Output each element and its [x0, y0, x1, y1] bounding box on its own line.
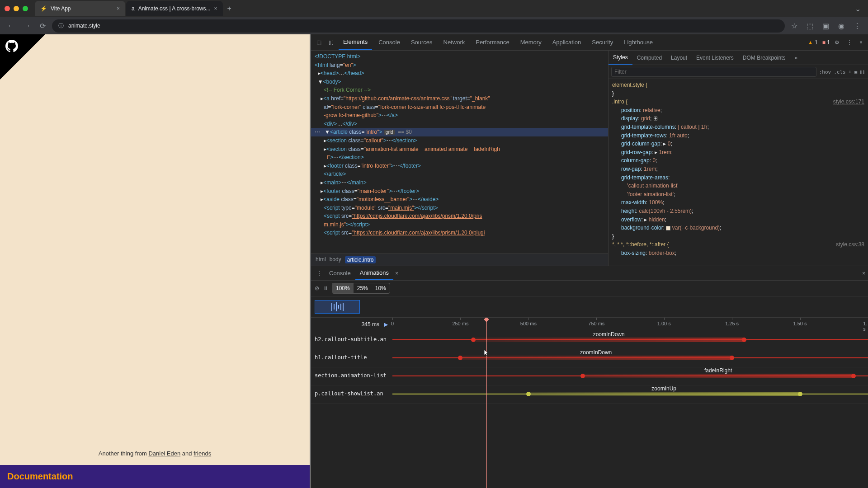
- close-tab-icon[interactable]: ×: [117, 5, 120, 12]
- back-button[interactable]: ←: [5, 19, 17, 33]
- site-info-icon[interactable]: ⓘ: [58, 22, 64, 30]
- tab-performance[interactable]: Performance: [471, 35, 514, 50]
- inspect-icon[interactable]: ⬚: [314, 37, 324, 48]
- tab-title: Animate.css | A cross-brows...: [138, 5, 211, 12]
- animation-name: zoomInDown: [580, 349, 612, 356]
- rendering-icon[interactable]: ⫿⫿: [860, 69, 865, 75]
- animation-group-preview[interactable]: [311, 296, 868, 318]
- chevron-down-icon[interactable]: ⌄: [852, 2, 863, 16]
- speed-25[interactable]: 25%: [354, 283, 372, 293]
- time-ruler[interactable]: 0250 ms500 ms750 ms1.00 s1.25 s1.50 s1.7…: [392, 318, 868, 331]
- author-link[interactable]: Daniel Eden: [148, 450, 180, 457]
- keyframe[interactable]: [471, 338, 476, 342]
- close-tab-icon[interactable]: ×: [214, 5, 217, 12]
- timeline-row[interactable]: p.callout-showList.anzoomInUp: [311, 385, 868, 404]
- tab-styles[interactable]: Styles: [609, 51, 632, 65]
- tab-dom-breakpoints[interactable]: DOM Breakpoints: [738, 51, 790, 65]
- documentation-heading: Documentation: [0, 465, 310, 488]
- styles-filter-input[interactable]: [611, 67, 816, 77]
- speed-100[interactable]: 100%: [332, 283, 354, 293]
- tab-memory[interactable]: Memory: [516, 35, 546, 50]
- new-tab-button[interactable]: +: [224, 1, 235, 16]
- keyframe[interactable]: [730, 356, 734, 360]
- browser-toolbar: ← → ⟳ ⓘ animate.style ☆ ⬚ ▣ ◉ ⋮: [0, 17, 868, 34]
- computed-toggle-icon[interactable]: ▣: [854, 69, 857, 75]
- row-label: section.animation-list: [311, 367, 392, 385]
- time-tick: 500 ms: [520, 321, 537, 326]
- keyframe[interactable]: [580, 374, 585, 378]
- reload-button[interactable]: ⟳: [37, 19, 48, 33]
- settings-icon[interactable]: ⚙: [832, 37, 842, 48]
- more-icon[interactable]: ⋮: [844, 37, 855, 48]
- animation-timeline: 345 ms ▶ 0250 ms500 ms750 ms1.00 s1.25 s…: [311, 318, 868, 488]
- keyframe[interactable]: [851, 374, 856, 378]
- forward-button[interactable]: →: [21, 19, 33, 33]
- side-panel-icon[interactable]: ▣: [820, 19, 832, 33]
- animation-name: fadeInRight: [704, 367, 732, 374]
- tab-network[interactable]: Network: [439, 35, 470, 50]
- tab-application[interactable]: Application: [548, 35, 586, 50]
- minimize-window[interactable]: [14, 6, 19, 11]
- breadcrumb-item[interactable]: body: [330, 256, 341, 263]
- tab-sources[interactable]: Sources: [406, 35, 437, 50]
- tab-event-listeners[interactable]: Event Listeners: [692, 51, 738, 65]
- css-rules[interactable]: element.style { } style.css:171.intro { …: [609, 79, 868, 266]
- playhead[interactable]: [486, 318, 487, 488]
- browser-tab-strip: ⚡ Vite App × a Animate.css | A cross-bro…: [0, 0, 868, 17]
- timeline-row[interactable]: h2.callout-subtitle.anzoomInDown: [311, 331, 868, 349]
- row-label: p.callout-showList.an: [311, 385, 392, 403]
- address-bar[interactable]: ⓘ animate.style: [52, 19, 785, 33]
- browser-tab-vite[interactable]: ⚡ Vite App ×: [35, 1, 125, 16]
- new-style-icon[interactable]: +: [849, 69, 852, 75]
- tab-elements[interactable]: Elements: [339, 34, 372, 50]
- dom-tree[interactable]: <!DOCTYPE html> <html lang="en"> ▸<head>…: [311, 51, 608, 253]
- drawer-tab-console[interactable]: Console: [325, 267, 355, 280]
- timeline-row[interactable]: section.animation-listfadeInRight: [311, 367, 868, 385]
- warning-badge[interactable]: ▲ 1: [808, 39, 818, 46]
- animation-name: zoomInUp: [651, 385, 676, 392]
- github-icon: [5, 40, 18, 54]
- credit-text: Another thing from Daniel Eden and frien…: [99, 450, 211, 457]
- url-text: animate.style: [68, 23, 100, 29]
- drawer-tab-animations[interactable]: Animations: [355, 266, 393, 280]
- time-tick: 1.50 s: [793, 321, 807, 326]
- speed-10[interactable]: 10%: [372, 283, 390, 293]
- tab-layout[interactable]: Layout: [666, 51, 692, 65]
- keyframe[interactable]: [458, 356, 462, 360]
- browser-tab-animate[interactable]: a Animate.css | A cross-brows... ×: [126, 1, 223, 16]
- keyframe[interactable]: [526, 392, 531, 396]
- cls-toggle[interactable]: .cls: [834, 69, 846, 75]
- drawer-menu-icon[interactable]: ⋮: [314, 267, 325, 279]
- play-icon[interactable]: ▶: [384, 321, 388, 328]
- bookmark-star-icon[interactable]: ☆: [788, 19, 800, 33]
- keyframe[interactable]: [798, 392, 802, 396]
- breadcrumb-item[interactable]: article.intro: [345, 256, 376, 263]
- maximize-window[interactable]: [23, 6, 28, 11]
- close-drawer-icon[interactable]: ×: [862, 270, 865, 277]
- tab-lighthouse[interactable]: Lighthouse: [619, 35, 657, 50]
- profile-icon[interactable]: ◉: [835, 19, 847, 33]
- more-tabs-icon[interactable]: »: [790, 51, 802, 65]
- time-tick: 750 ms: [588, 321, 604, 326]
- tab-computed[interactable]: Computed: [632, 51, 666, 65]
- time-tick: 0: [391, 321, 394, 326]
- close-window[interactable]: [5, 6, 10, 11]
- close-icon[interactable]: ×: [395, 270, 398, 277]
- tab-console[interactable]: Console: [374, 35, 405, 50]
- menu-icon[interactable]: ⋮: [851, 19, 863, 33]
- playback-speed: 100% 25% 10%: [332, 283, 390, 294]
- timeline-row[interactable]: h1.callout-titlezoomInDown: [311, 349, 868, 367]
- clear-icon[interactable]: ⊘: [315, 285, 319, 291]
- hov-toggle[interactable]: :hov: [819, 69, 831, 75]
- tab-security[interactable]: Security: [587, 35, 618, 50]
- pause-icon[interactable]: ⏸: [323, 285, 328, 291]
- error-badge[interactable]: ■ 1: [822, 39, 830, 46]
- breadcrumb-item[interactable]: html: [316, 256, 326, 263]
- friends-link[interactable]: friends: [193, 450, 211, 457]
- device-icon[interactable]: ⫿⫿: [326, 37, 337, 48]
- styles-pane: Styles Computed Layout Event Listeners D…: [608, 51, 868, 266]
- keyframe[interactable]: [742, 338, 746, 342]
- extensions-icon[interactable]: ⬚: [804, 19, 816, 33]
- close-devtools-icon[interactable]: ×: [857, 37, 865, 48]
- dom-breadcrumb: html body article.intro: [311, 253, 608, 266]
